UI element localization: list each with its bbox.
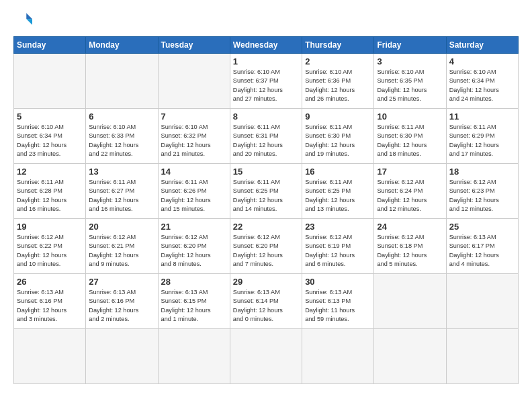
day-info: Sunrise: 6:12 AM Sunset: 6:21 PM Dayligh… [89, 233, 154, 269]
weekday-header: Thursday [302, 37, 374, 54]
day-info: Sunrise: 6:10 AM Sunset: 6:34 PM Dayligh… [449, 68, 515, 103]
day-number: 25 [449, 222, 515, 232]
day-cell: 27Sunrise: 6:13 AM Sunset: 6:16 PM Dayli… [86, 274, 158, 329]
page: SundayMondayTuesdayWednesdayThursdayFrid… [0, 0, 532, 391]
day-number: 26 [17, 277, 83, 287]
day-number: 16 [305, 167, 371, 177]
day-info: Sunrise: 6:12 AM Sunset: 6:19 PM Dayligh… [305, 233, 371, 269]
day-cell: 30Sunrise: 6:13 AM Sunset: 6:13 PM Dayli… [302, 274, 374, 329]
day-cell: 20Sunrise: 6:12 AM Sunset: 6:21 PM Dayli… [86, 219, 158, 274]
day-info: Sunrise: 6:13 AM Sunset: 6:16 PM Dayligh… [89, 288, 154, 324]
weekday-header: Sunday [14, 37, 86, 54]
day-number: 18 [449, 167, 515, 177]
day-cell: 15Sunrise: 6:11 AM Sunset: 6:25 PM Dayli… [230, 164, 302, 219]
day-cell: 26Sunrise: 6:13 AM Sunset: 6:16 PM Dayli… [14, 274, 86, 329]
day-number: 15 [233, 167, 299, 177]
day-cell: 12Sunrise: 6:11 AM Sunset: 6:28 PM Dayli… [14, 164, 86, 219]
weekday-header: Monday [86, 37, 158, 54]
day-info: Sunrise: 6:11 AM Sunset: 6:26 PM Dayligh… [161, 178, 227, 214]
day-number: 28 [161, 277, 227, 287]
logo-icon [13, 11, 32, 30]
day-cell: 3Sunrise: 6:10 AM Sunset: 6:35 PM Daylig… [374, 54, 446, 109]
day-number: 27 [89, 277, 154, 287]
day-info: Sunrise: 6:11 AM Sunset: 6:27 PM Dayligh… [89, 178, 154, 214]
day-info: Sunrise: 6:10 AM Sunset: 6:32 PM Dayligh… [161, 123, 227, 158]
calendar-row: 1Sunrise: 6:10 AM Sunset: 6:37 PM Daylig… [14, 54, 519, 109]
day-info: Sunrise: 6:12 AM Sunset: 6:24 PM Dayligh… [377, 178, 443, 214]
header [13, 11, 519, 30]
day-info: Sunrise: 6:12 AM Sunset: 6:22 PM Dayligh… [17, 233, 83, 269]
day-number: 17 [377, 167, 443, 177]
empty-cell [86, 329, 158, 384]
logo [13, 11, 35, 30]
weekday-header: Wednesday [230, 37, 302, 54]
day-info: Sunrise: 6:12 AM Sunset: 6:18 PM Dayligh… [377, 233, 443, 269]
day-info: Sunrise: 6:10 AM Sunset: 6:33 PM Dayligh… [89, 123, 154, 158]
weekday-header: Saturday [446, 37, 518, 54]
day-number: 6 [89, 111, 154, 122]
day-number: 11 [449, 111, 515, 122]
weekday-header: Tuesday [158, 37, 230, 54]
day-number: 4 [449, 56, 515, 66]
day-number: 23 [305, 222, 371, 232]
day-info: Sunrise: 6:13 AM Sunset: 6:17 PM Dayligh… [449, 233, 515, 269]
day-cell: 29Sunrise: 6:13 AM Sunset: 6:14 PM Dayli… [230, 274, 302, 329]
calendar-row [14, 329, 519, 384]
day-number: 5 [17, 111, 83, 122]
day-number: 10 [377, 111, 443, 122]
empty-cell [86, 54, 158, 109]
day-number: 2 [305, 56, 371, 66]
day-info: Sunrise: 6:10 AM Sunset: 6:36 PM Dayligh… [305, 68, 371, 103]
calendar: SundayMondayTuesdayWednesdayThursdayFrid… [13, 36, 519, 384]
day-number: 24 [377, 222, 443, 232]
day-cell: 16Sunrise: 6:11 AM Sunset: 6:25 PM Dayli… [302, 164, 374, 219]
day-number: 8 [233, 111, 299, 122]
empty-cell [158, 329, 230, 384]
empty-cell [446, 329, 518, 384]
day-info: Sunrise: 6:13 AM Sunset: 6:13 PM Dayligh… [305, 288, 371, 324]
day-number: 29 [233, 277, 299, 287]
day-info: Sunrise: 6:11 AM Sunset: 6:30 PM Dayligh… [377, 123, 443, 158]
empty-cell [158, 54, 230, 109]
day-info: Sunrise: 6:12 AM Sunset: 6:20 PM Dayligh… [161, 233, 227, 269]
calendar-row: 19Sunrise: 6:12 AM Sunset: 6:22 PM Dayli… [14, 219, 519, 274]
day-number: 7 [161, 111, 227, 122]
empty-cell [374, 329, 446, 384]
day-cell: 24Sunrise: 6:12 AM Sunset: 6:18 PM Dayli… [374, 219, 446, 274]
day-info: Sunrise: 6:12 AM Sunset: 6:23 PM Dayligh… [449, 178, 515, 214]
day-number: 1 [233, 56, 299, 66]
day-cell: 21Sunrise: 6:12 AM Sunset: 6:20 PM Dayli… [158, 219, 230, 274]
day-info: Sunrise: 6:11 AM Sunset: 6:25 PM Dayligh… [305, 178, 371, 214]
day-cell: 28Sunrise: 6:13 AM Sunset: 6:15 PM Dayli… [158, 274, 230, 329]
day-info: Sunrise: 6:10 AM Sunset: 6:34 PM Dayligh… [17, 123, 83, 158]
weekday-header: Friday [374, 37, 446, 54]
day-info: Sunrise: 6:13 AM Sunset: 6:16 PM Dayligh… [17, 288, 83, 324]
day-cell: 2Sunrise: 6:10 AM Sunset: 6:36 PM Daylig… [302, 54, 374, 109]
day-cell: 25Sunrise: 6:13 AM Sunset: 6:17 PM Dayli… [446, 219, 518, 274]
calendar-row: 26Sunrise: 6:13 AM Sunset: 6:16 PM Dayli… [14, 274, 519, 329]
day-info: Sunrise: 6:11 AM Sunset: 6:29 PM Dayligh… [449, 123, 515, 158]
day-cell: 8Sunrise: 6:11 AM Sunset: 6:31 PM Daylig… [230, 109, 302, 164]
day-cell: 10Sunrise: 6:11 AM Sunset: 6:30 PM Dayli… [374, 109, 446, 164]
empty-cell [374, 274, 446, 329]
day-info: Sunrise: 6:11 AM Sunset: 6:30 PM Dayligh… [305, 123, 371, 158]
day-cell: 19Sunrise: 6:12 AM Sunset: 6:22 PM Dayli… [14, 219, 86, 274]
calendar-row: 12Sunrise: 6:11 AM Sunset: 6:28 PM Dayli… [14, 164, 519, 219]
empty-cell [14, 54, 86, 109]
day-cell: 4Sunrise: 6:10 AM Sunset: 6:34 PM Daylig… [446, 54, 518, 109]
day-cell: 7Sunrise: 6:10 AM Sunset: 6:32 PM Daylig… [158, 109, 230, 164]
day-info: Sunrise: 6:10 AM Sunset: 6:35 PM Dayligh… [377, 68, 443, 103]
day-cell: 5Sunrise: 6:10 AM Sunset: 6:34 PM Daylig… [14, 109, 86, 164]
day-info: Sunrise: 6:13 AM Sunset: 6:15 PM Dayligh… [161, 288, 227, 324]
day-cell: 6Sunrise: 6:10 AM Sunset: 6:33 PM Daylig… [86, 109, 158, 164]
day-info: Sunrise: 6:12 AM Sunset: 6:20 PM Dayligh… [233, 233, 299, 269]
day-cell: 18Sunrise: 6:12 AM Sunset: 6:23 PM Dayli… [446, 164, 518, 219]
day-info: Sunrise: 6:11 AM Sunset: 6:31 PM Dayligh… [233, 123, 299, 158]
day-info: Sunrise: 6:11 AM Sunset: 6:28 PM Dayligh… [17, 178, 83, 214]
day-cell: 13Sunrise: 6:11 AM Sunset: 6:27 PM Dayli… [86, 164, 158, 219]
day-number: 22 [233, 222, 299, 232]
day-cell: 11Sunrise: 6:11 AM Sunset: 6:29 PM Dayli… [446, 109, 518, 164]
day-number: 3 [377, 56, 443, 66]
day-number: 30 [305, 277, 371, 287]
day-cell: 17Sunrise: 6:12 AM Sunset: 6:24 PM Dayli… [374, 164, 446, 219]
